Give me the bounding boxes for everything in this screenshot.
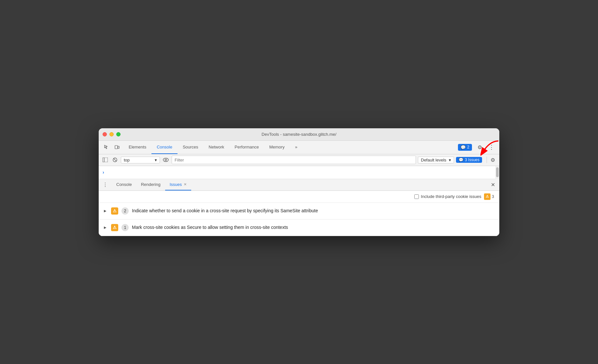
- main-tabs: Elements Console Sources Network Perform…: [123, 141, 455, 154]
- issues-content: Include third-party cookie issues ⚠ 3 ▶ …: [99, 191, 499, 236]
- maximize-button[interactable]: [116, 132, 121, 136]
- issues-count-badge: ⚠ 3: [484, 193, 494, 200]
- tab-console-drawer[interactable]: Console: [112, 179, 136, 190]
- third-party-filter-checkbox[interactable]: [414, 194, 419, 199]
- traffic-lights: [103, 132, 121, 136]
- device-toolbar-button[interactable]: [112, 142, 122, 152]
- tab-console[interactable]: Console: [151, 141, 178, 154]
- titlebar: DevTools - samesite-sandbox.glitch.me/: [99, 128, 499, 141]
- svg-rect-0: [115, 146, 118, 149]
- svg-rect-3: [103, 158, 104, 162]
- main-toolbar: Elements Console Sources Network Perform…: [99, 141, 499, 154]
- panel-tabs-bar: ⋮ Console Rendering Issues ✕ ✕: [99, 179, 499, 191]
- inspect-element-button[interactable]: [101, 142, 112, 152]
- divider: [487, 157, 487, 163]
- clear-console-button[interactable]: [111, 156, 119, 164]
- issue-warning-icon-2: ⚠: [111, 224, 118, 231]
- context-selector[interactable]: top ▾: [121, 157, 160, 163]
- scrollbar[interactable]: [495, 166, 499, 179]
- svg-rect-1: [118, 146, 119, 148]
- svg-line-6: [114, 159, 116, 161]
- expand-arrow-icon-1: ▶: [104, 209, 108, 213]
- issue-text-2: Mark cross-site cookies as Secure to all…: [132, 224, 288, 231]
- issues-badge-icon: 💬: [461, 145, 466, 150]
- console-prompt-icon: ›: [103, 170, 104, 175]
- tab-more[interactable]: »: [290, 141, 303, 154]
- tab-memory[interactable]: Memory: [264, 141, 290, 154]
- bottom-panel: ⋮ Console Rendering Issues ✕ ✕: [99, 179, 499, 236]
- sidebar-toggle-button[interactable]: [101, 156, 109, 164]
- tab-network[interactable]: Network: [204, 141, 230, 154]
- console-settings-button[interactable]: ⚙: [489, 156, 497, 164]
- svg-rect-4: [103, 158, 108, 162]
- default-levels-selector[interactable]: Default levels ▾: [418, 157, 454, 163]
- svg-point-7: [163, 158, 168, 162]
- tab-elements[interactable]: Elements: [123, 141, 151, 154]
- console-filter-input[interactable]: [172, 156, 416, 164]
- issue-warning-icon-1: ⚠: [111, 207, 118, 215]
- issue-count-2: 1: [121, 224, 129, 231]
- tab-issues-close[interactable]: ✕: [184, 182, 187, 187]
- issue-count-1: 2: [121, 207, 129, 215]
- issue-text-1: Indicate whether to send a cookie in a c…: [132, 208, 318, 214]
- console-issues-icon: 💬: [459, 158, 463, 162]
- tab-performance[interactable]: Performance: [229, 141, 264, 154]
- tab-rendering[interactable]: Rendering: [136, 179, 165, 190]
- scrollbar-thumb: [496, 167, 499, 177]
- window-title: DevTools - samesite-sandbox.glitch.me/: [262, 132, 336, 137]
- issue-row-1[interactable]: ▶ ⚠ 2 Indicate whether to send a cookie …: [99, 203, 499, 219]
- more-options-button[interactable]: ⋮: [486, 142, 497, 152]
- console-issues-badge[interactable]: 💬 3 Issues: [456, 157, 482, 163]
- minimize-button[interactable]: [109, 132, 114, 136]
- issues-badge-count: 2: [467, 145, 469, 149]
- panel-close-button[interactable]: ✕: [489, 181, 497, 189]
- tab-sources[interactable]: Sources: [178, 141, 204, 154]
- more-vert-icon: ⋮: [489, 144, 494, 151]
- expand-arrow-icon-2: ▶: [104, 226, 108, 229]
- dropdown-arrow-icon: ▾: [155, 158, 157, 162]
- issue-row-2[interactable]: ▶ ⚠ 1 Mark cross-site cookies as Secure …: [99, 219, 499, 236]
- levels-dropdown-icon: ▾: [449, 158, 451, 162]
- warning-count-icon: ⚠: [484, 193, 491, 200]
- close-button[interactable]: [103, 132, 107, 136]
- svg-point-8: [165, 159, 167, 161]
- eye-icon-button[interactable]: [162, 156, 170, 164]
- console-toolbar: top ▾ Default levels ▾ 💬 3 Issues ⚙: [99, 154, 499, 166]
- devtools-panel: Elements Console Sources Network Perform…: [99, 141, 499, 236]
- gear-icon: ⚙: [477, 144, 482, 150]
- issues-badge-button[interactable]: 💬 2: [458, 144, 472, 151]
- console-gear-icon: ⚙: [491, 157, 495, 163]
- panel-more-button[interactable]: ⋮: [101, 181, 109, 189]
- toolbar-right: 💬 2 ⚙: [458, 142, 497, 152]
- console-area: ›: [99, 166, 499, 179]
- devtools-window: DevTools - samesite-sandbox.glitch.me/ E…: [99, 128, 499, 236]
- settings-button[interactable]: ⚙: [475, 142, 485, 152]
- tab-issues[interactable]: Issues ✕: [165, 179, 192, 190]
- issues-filter-bar: Include third-party cookie issues ⚠ 3: [99, 191, 499, 203]
- console-area-wrapper: ›: [99, 166, 499, 179]
- third-party-filter-label[interactable]: Include third-party cookie issues: [414, 194, 481, 199]
